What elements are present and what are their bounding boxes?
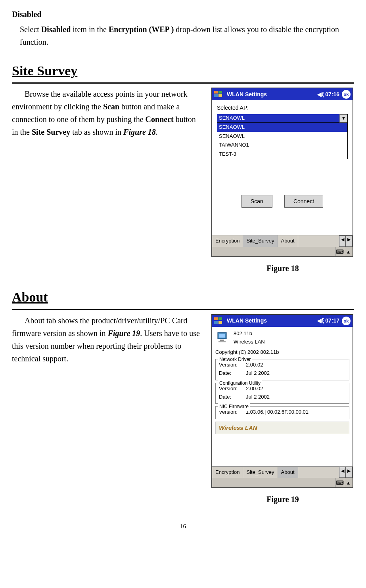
tab-site-survey[interactable]: Site_Survey [243,467,278,478]
svg-rect-0 [214,91,218,94]
page-number: 16 [12,521,354,531]
svg-rect-3 [218,94,222,97]
chevron-down-icon[interactable]: ▼ [339,115,347,122]
speaker-icon: ◀ξ [317,316,324,325]
group-title: Configuration Utility [218,380,262,387]
about-paragraph: About tab shows the product/driver/utili… [12,314,203,365]
combo-value: SENAOWL [217,114,339,122]
scroll-right-icon[interactable]: ▶ [346,236,352,246]
label: Date: [219,393,246,401]
figure-19-caption: Figure 19 [211,493,354,506]
tab-site-survey[interactable]: Site_Survey [243,235,278,247]
product-line1: 802.11b [234,330,265,338]
tab-about[interactable]: About [278,467,298,478]
window-title: WLAN Settings [227,90,317,99]
ap-dropdown-list: SENAOWL SENAOWL TAIWANNO1 TEST-3 [217,123,348,159]
italic: Figure 19 [108,329,140,338]
group-title: NIC Firmware [218,403,250,410]
scroll-left-icon[interactable]: ◀ [339,467,346,478]
list-item[interactable]: TEST-3 [217,150,347,159]
tab-about[interactable]: About [278,235,298,247]
config-utility-group: Configuration Utility Version:2.00.02 Da… [215,383,349,404]
tab-bar: Encryption Site_Survey About ◀ ▶ [212,235,353,247]
label: Date: [219,369,246,378]
tab-scroll: ◀ ▶ [339,235,353,247]
ap-combobox[interactable]: SENAOWL ▼ [217,114,348,123]
svg-rect-2 [214,94,218,97]
svg-rect-10 [220,340,224,341]
svg-rect-6 [214,321,218,324]
keyboard-icon[interactable]: ⌨ [335,247,344,256]
group-title: Network Driver [218,356,252,363]
svg-rect-5 [218,317,222,320]
svg-rect-11 [218,341,226,342]
pda-titlebar: WLAN Settings ◀ξ07:16 ok [212,88,353,100]
text: item in the [71,25,109,34]
connect-button[interactable]: Connect [284,195,323,208]
value: Jul 2 2002 [246,369,270,378]
value: Jul 2 2002 [246,393,270,401]
text: tab as shown in [70,128,123,136]
disabled-title: Disabled [12,8,354,21]
clock[interactable]: ◀ξ07:17 [317,316,339,325]
time-text: 07:17 [325,316,339,325]
text: Select [20,25,41,34]
svg-rect-1 [218,91,222,94]
ok-button[interactable]: ok [342,317,351,325]
windows-flag-icon[interactable] [214,90,224,99]
bold: Encryption (WEP ) [109,25,174,34]
disabled-paragraph: Select Disabled item in the Encryption (… [12,23,354,48]
figure-18-caption: Figure 18 [211,262,354,275]
bold: Connect [146,115,174,124]
up-arrow-icon[interactable]: ▴ [344,478,353,487]
bottom-bar: ⌨ ▴ [212,247,353,256]
tab-encryption[interactable]: Encryption [212,467,243,478]
tab-bar: Encryption Site_Survey About ◀ ▶ [212,466,353,478]
copyright-text: Copyright (C) 2002 802.11b [215,348,349,357]
time-text: 07:16 [325,90,339,99]
bottom-bar: ⌨ ▴ [212,478,353,487]
figure-19-screenshot: WLAN Settings ◀ξ07:17 ok 802.11b Wireles… [211,314,353,489]
network-driver-group: Network Driver Version:2.00.02 Date:Jul … [215,359,349,380]
nic-firmware-group: NIC Firmware Version:1.03.06.| 00.02.6F.… [215,406,349,419]
value: 1.03.06.| 00.02.6F.00.00.01 [246,408,309,416]
pda-titlebar: WLAN Settings ◀ξ07:17 ok [212,315,353,327]
svg-rect-7 [218,321,222,324]
selected-ap-label: Selected AP: [217,103,348,112]
about-heading: About [12,286,354,310]
scroll-left-icon[interactable]: ◀ [339,236,346,246]
clock[interactable]: ◀ξ07:16 [317,90,339,99]
bold: Scan [103,102,119,111]
product-line2: Wireless LAN [234,338,265,346]
monitor-icon [215,329,230,347]
scan-button[interactable]: Scan [241,195,272,208]
list-item[interactable]: TAIWANNO1 [217,141,347,150]
list-item[interactable]: SENAOWL [217,132,347,141]
svg-rect-9 [219,334,225,338]
window-title: WLAN Settings [227,316,317,325]
bold: Site Survey [32,128,70,136]
site-survey-paragraph: Browse the available access points in yo… [12,88,203,138]
svg-rect-4 [214,317,218,320]
tab-scroll: ◀ ▶ [339,467,353,478]
site-survey-heading: Site Survey [12,60,354,84]
scroll-right-icon[interactable]: ▶ [346,467,352,478]
italic: Figure 18 [123,128,156,136]
bold: Disabled [41,25,71,34]
ok-button[interactable]: ok [342,90,351,99]
wireless-lan-brand: Wireless LAN [215,422,349,434]
speaker-icon: ◀ξ [317,90,324,99]
list-item[interactable]: SENAOWL [217,123,347,132]
tab-encryption[interactable]: Encryption [212,235,243,247]
figure-18-screenshot: WLAN Settings ◀ξ07:16 ok Selected AP: SE… [211,88,353,257]
keyboard-icon[interactable]: ⌨ [335,478,344,487]
text: . [156,128,158,136]
windows-flag-icon[interactable] [214,316,224,326]
up-arrow-icon[interactable]: ▴ [344,247,353,256]
